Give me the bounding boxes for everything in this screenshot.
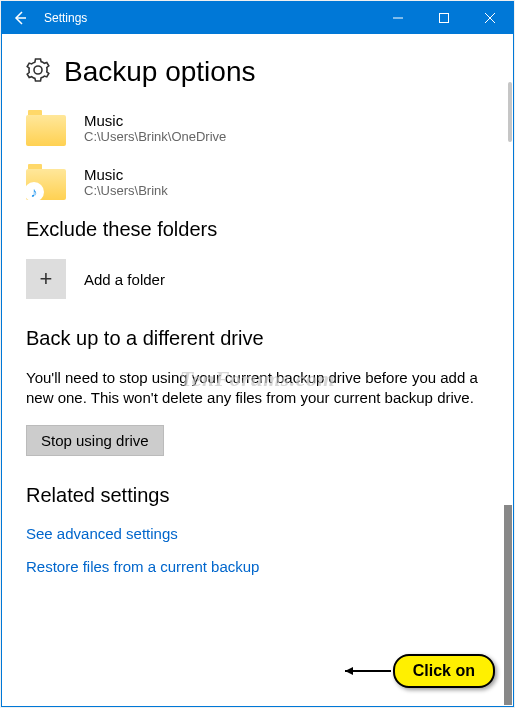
svg-rect-2 [440, 14, 449, 23]
related-settings-heading: Related settings [26, 484, 489, 507]
folder-path: C:\Users\Brink [84, 183, 168, 198]
maximize-icon [439, 13, 449, 23]
window-title: Settings [44, 11, 87, 25]
page-header: Backup options [26, 56, 489, 88]
close-icon [485, 13, 495, 23]
restore-files-link[interactable]: Restore files from a current backup [26, 558, 259, 575]
back-button[interactable] [2, 2, 38, 34]
arrow-left-icon [12, 10, 28, 26]
folder-item-music[interactable]: ♪ Music C:\Users\Brink [26, 164, 489, 200]
see-advanced-settings-link[interactable]: See advanced settings [26, 525, 178, 542]
annotation-callout: Click on [345, 654, 495, 688]
close-button[interactable] [467, 2, 513, 34]
window-controls [375, 2, 513, 34]
page-title: Backup options [64, 56, 255, 88]
add-folder-label: Add a folder [84, 271, 165, 288]
folder-icon [26, 110, 66, 146]
maximize-button[interactable] [421, 2, 467, 34]
music-note-icon: ♪ [24, 182, 44, 202]
folder-name: Music [84, 112, 226, 129]
scroll-thumb[interactable] [504, 505, 512, 705]
backup-drive-description: You'll need to stop using your current b… [26, 368, 489, 409]
content-area: Backup options Music C:\Users\Brink\OneD… [2, 34, 513, 706]
scroll-track [508, 82, 512, 142]
backup-drive-heading: Back up to a different drive [26, 327, 489, 350]
callout-label: Click on [393, 654, 495, 688]
folder-path: C:\Users\Brink\OneDrive [84, 129, 226, 144]
callout-pointer-icon [345, 665, 393, 677]
settings-window: Settings Backup options Music [1, 1, 514, 707]
plus-icon: + [26, 259, 66, 299]
music-folder-icon: ♪ [26, 164, 66, 200]
minimize-icon [393, 13, 403, 23]
folder-name: Music [84, 166, 168, 183]
titlebar: Settings [2, 2, 513, 34]
stop-using-drive-button[interactable]: Stop using drive [26, 425, 164, 456]
folder-item-onedrive-music[interactable]: Music C:\Users\Brink\OneDrive [26, 110, 489, 146]
svg-marker-5 [345, 667, 353, 675]
vertical-scrollbar[interactable] [498, 34, 512, 705]
exclude-heading: Exclude these folders [26, 218, 489, 241]
gear-icon [26, 58, 50, 86]
add-folder-button[interactable]: + Add a folder [26, 259, 489, 299]
minimize-button[interactable] [375, 2, 421, 34]
